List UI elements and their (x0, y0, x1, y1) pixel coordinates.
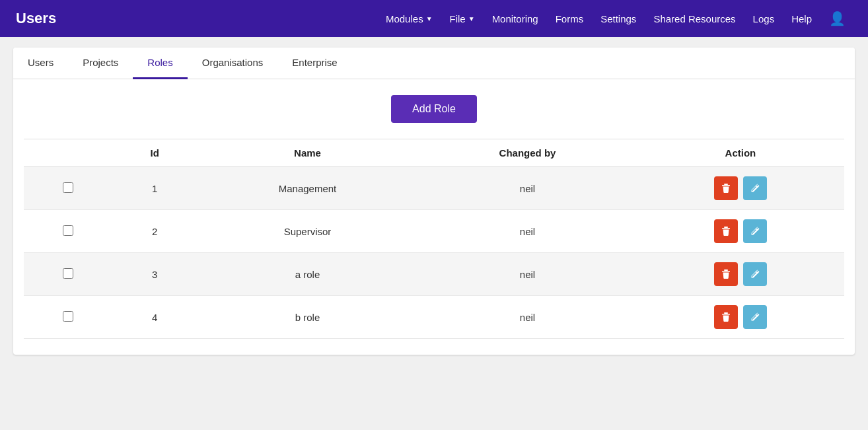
nav-item-logs[interactable]: Logs (746, 9, 781, 28)
edit-button[interactable] (743, 219, 767, 243)
edit-icon (750, 226, 760, 236)
delete-button[interactable] (714, 305, 738, 329)
row-name: a role (197, 253, 418, 296)
table-header: IdNameChanged byAction (24, 139, 844, 167)
dropdown-arrow-icon: ▼ (468, 15, 475, 22)
row-checkbox[interactable] (63, 268, 73, 279)
tab-organisations[interactable]: Organisations (188, 48, 278, 79)
row-action (637, 210, 844, 253)
tab-roles[interactable]: Roles (133, 48, 187, 79)
edit-button[interactable] (743, 176, 767, 200)
svg-rect-1 (722, 185, 730, 186)
row-checkbox-cell (24, 210, 113, 253)
edit-icon (750, 269, 760, 279)
trash-icon (721, 312, 731, 322)
row-checkbox[interactable] (63, 311, 73, 322)
svg-rect-6 (724, 312, 728, 314)
svg-rect-5 (722, 271, 730, 272)
edit-button[interactable] (743, 305, 767, 329)
main-nav: Modules ▼File ▼MonitoringFormsSettingsSh… (379, 7, 852, 30)
col-header-Name: Name (197, 139, 418, 167)
table-row: 3a roleneil (24, 253, 844, 296)
col-header-Id: Id (113, 139, 197, 167)
col-header-Changed by: Changed by (418, 139, 637, 167)
app-title: Users (16, 10, 56, 27)
nav-item-help[interactable]: Help (785, 9, 818, 28)
dropdown-arrow-icon: ▼ (426, 15, 433, 22)
svg-rect-4 (724, 269, 728, 271)
tab-users[interactable]: Users (13, 48, 68, 79)
row-checkbox[interactable] (63, 182, 73, 193)
main-content: UsersProjectsRolesOrganisationsEnterpris… (0, 37, 868, 365)
delete-button[interactable] (714, 262, 738, 286)
content-card: UsersProjectsRolesOrganisationsEnterpris… (13, 48, 855, 355)
nav-item-monitoring[interactable]: Monitoring (486, 9, 545, 28)
tab-enterprise[interactable]: Enterprise (277, 48, 351, 79)
table-row: 4b roleneil (24, 296, 844, 339)
row-action (637, 253, 844, 296)
nav-item-file[interactable]: File ▼ (443, 9, 482, 28)
col-header-checkbox (24, 139, 113, 167)
nav-item-modules[interactable]: Modules ▼ (379, 9, 439, 28)
tab-projects[interactable]: Projects (68, 48, 133, 79)
row-name: b role (197, 296, 418, 339)
row-changed-by: neil (418, 253, 637, 296)
col-header-Action: Action (637, 139, 844, 167)
edit-icon (750, 183, 760, 194)
row-action (637, 296, 844, 339)
row-checkbox-cell (24, 253, 113, 296)
roles-table: IdNameChanged byAction 1Managementneil2S… (24, 139, 844, 339)
add-role-container: Add Role (24, 95, 844, 123)
row-id: 3 (113, 253, 197, 296)
row-name: Supervisor (197, 210, 418, 253)
row-changed-by: neil (418, 296, 637, 339)
svg-rect-7 (722, 314, 730, 315)
delete-button[interactable] (714, 176, 738, 200)
row-name: Management (197, 167, 418, 210)
svg-rect-0 (724, 184, 728, 185)
svg-rect-2 (724, 227, 728, 228)
row-checkbox[interactable] (63, 225, 73, 236)
table-row: 1Managementneil (24, 167, 844, 210)
row-id: 4 (113, 296, 197, 339)
table-body: 1Managementneil2Supervisorneil3a rolenei… (24, 167, 844, 339)
profile-icon[interactable]: 👤 (822, 7, 852, 30)
delete-button[interactable] (714, 219, 738, 243)
svg-rect-3 (722, 228, 730, 229)
table-header-row: IdNameChanged byAction (24, 139, 844, 167)
nav-item-shared-resources[interactable]: Shared Resources (647, 9, 742, 28)
nav-item-settings[interactable]: Settings (594, 9, 643, 28)
row-action (637, 167, 844, 210)
add-role-button[interactable]: Add Role (391, 95, 477, 123)
nav-item-forms[interactable]: Forms (549, 9, 591, 28)
table-row: 2Supervisorneil (24, 210, 844, 253)
row-checkbox-cell (24, 296, 113, 339)
trash-icon (721, 269, 731, 279)
row-changed-by: neil (418, 210, 637, 253)
row-id: 2 (113, 210, 197, 253)
row-changed-by: neil (418, 167, 637, 210)
content-body: Add Role IdNameChanged byAction 1Managem… (13, 79, 855, 355)
tabs-container: UsersProjectsRolesOrganisationsEnterpris… (13, 48, 855, 79)
edit-icon (750, 312, 760, 322)
header: Users Modules ▼File ▼MonitoringFormsSett… (0, 0, 868, 37)
trash-icon (721, 183, 731, 194)
row-id: 1 (113, 167, 197, 210)
edit-button[interactable] (743, 262, 767, 286)
row-checkbox-cell (24, 167, 113, 210)
trash-icon (721, 226, 731, 236)
